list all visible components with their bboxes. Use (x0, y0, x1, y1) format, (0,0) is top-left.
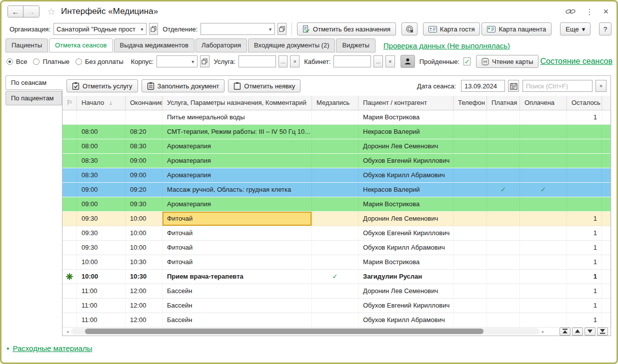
scrollbar-thumb[interactable] (85, 329, 483, 334)
get-link-icon[interactable] (566, 8, 576, 15)
cell-service[interactable]: Ароматерапия (162, 168, 312, 182)
cell-end[interactable]: 09:30 (126, 197, 162, 211)
cell-medrecord[interactable] (312, 299, 358, 313)
cell-service[interactable]: Бассейн (162, 284, 312, 298)
cell-filler[interactable] (602, 183, 612, 197)
building-select[interactable]: ▾ (156, 55, 197, 67)
cell-patient[interactable]: Загидулин Руслан (358, 270, 454, 284)
cell-phone[interactable] (454, 226, 487, 240)
department-select[interactable]: ▾ (200, 23, 274, 35)
room-clear-button[interactable]: × (386, 55, 395, 67)
row-flag-cell[interactable] (62, 168, 77, 182)
patient-card-button[interactable]: Карта пациента (482, 22, 552, 35)
row-flag-cell[interactable] (62, 110, 77, 124)
cell-patient[interactable]: Обухов Евгений Кириллович (358, 154, 454, 168)
side-tab-2[interactable]: По пациентам (6, 91, 62, 105)
row-flag-cell[interactable] (62, 197, 77, 211)
service-pick-button[interactable]: ... (278, 55, 288, 67)
table-row[interactable]: 09:3010:00ФиточайОбухов Кирилл Абрамович… (62, 241, 610, 255)
cell-remaining[interactable]: 1 (567, 313, 602, 327)
cell-phone[interactable] (454, 168, 487, 182)
sessions-state-link[interactable]: Состояние сеансов (540, 57, 613, 66)
cell-phone[interactable] (454, 197, 487, 211)
row-flag-cell[interactable] (62, 284, 77, 298)
close-icon[interactable]: × (603, 7, 608, 16)
go-last-row-button[interactable] (597, 328, 608, 336)
cell-patient[interactable]: Доронин Лев Семенович (358, 284, 454, 298)
cell-payable[interactable] (487, 241, 520, 255)
cell-paid[interactable] (520, 110, 567, 124)
cell-medrecord[interactable] (312, 226, 358, 240)
column-header-medrecord[interactable]: Медзапись (312, 96, 358, 110)
tab-2[interactable]: Отметка сеансов (49, 38, 113, 52)
cell-patient[interactable]: Обухов Кирилл Абрамович (358, 168, 454, 182)
cell-payable[interactable] (487, 270, 520, 284)
column-header-payable[interactable]: Платная (487, 96, 520, 110)
room-pick-button[interactable]: ... (374, 55, 383, 67)
cell-payable[interactable] (487, 125, 520, 139)
cell-patient[interactable]: Мария Вострикова (358, 255, 454, 269)
cell-patient[interactable]: Обухов Кирилл Абрамович (358, 241, 454, 255)
table-row[interactable]: 08:3009:00АроматерапияОбухов Евгений Кир… (62, 154, 610, 168)
cell-start[interactable]: 09:00 (77, 197, 126, 211)
cell-phone[interactable] (454, 154, 487, 168)
table-row[interactable]: 11:0012:00БассейнОбухов Кирилл Абрамович… (62, 313, 610, 328)
cell-remaining[interactable] (567, 183, 602, 197)
row-flag-cell[interactable] (62, 154, 77, 168)
cell-paid[interactable] (520, 139, 567, 153)
cell-paid[interactable] (520, 313, 567, 327)
cell-remaining[interactable] (567, 125, 602, 139)
filter-radio-2[interactable]: Платные (33, 58, 70, 65)
cell-medrecord[interactable] (312, 154, 358, 168)
cell-service[interactable]: Ароматерапия (162, 154, 312, 168)
cell-patient[interactable]: Некрасов Валерий (358, 183, 454, 197)
cell-remaining[interactable] (567, 139, 602, 153)
scroll-left-icon[interactable]: ◂ (64, 329, 71, 334)
cell-end[interactable]: 09:00 (126, 168, 162, 182)
chevron-down-icon[interactable]: ▾ (138, 26, 146, 32)
column-header-end[interactable]: Окончание (126, 96, 162, 110)
cell-remaining[interactable]: 1 (567, 255, 602, 269)
column-header-phone[interactable]: Телефон (454, 96, 487, 110)
cell-start[interactable]: 10:00 (77, 255, 126, 269)
cell-filler[interactable] (602, 241, 612, 255)
row-flag-cell[interactable] (62, 313, 77, 327)
cell-end[interactable]: 09:00 (126, 154, 162, 168)
cell-paid[interactable] (520, 255, 567, 269)
cell-start[interactable]: 09:30 (77, 241, 126, 255)
next-row-button[interactable] (584, 328, 596, 336)
column-header-paid[interactable]: Оплачена (520, 96, 567, 110)
cell-phone[interactable] (454, 110, 487, 124)
column-header-flag[interactable]: ⚐ (62, 96, 77, 110)
favorite-star-icon[interactable]: ☆ (47, 6, 56, 17)
cell-medrecord[interactable] (312, 125, 358, 139)
cell-end[interactable]: 12:00 (126, 299, 162, 313)
cell-medrecord[interactable] (312, 313, 358, 327)
cell-start[interactable]: 08:00 (77, 125, 126, 139)
table-row[interactable]: 10:0010:30Прием врача-терапевта✓Загидули… (62, 270, 610, 284)
cell-end[interactable]: 12:00 (126, 284, 162, 298)
doctor-appointment-icon[interactable] (62, 270, 77, 284)
cell-filler[interactable] (602, 284, 612, 298)
cell-filler[interactable] (602, 110, 612, 124)
cell-filler[interactable] (602, 299, 612, 313)
cell-patient[interactable]: Мария Вострикова (358, 197, 454, 211)
cell-phone[interactable] (454, 139, 487, 153)
table-row[interactable]: 08:0008:20СМТ-терапия, Режим работы: III… (62, 125, 610, 139)
fill-document-button[interactable]: Заполнить документ (142, 79, 225, 92)
window-menu-icon[interactable]: ⋮ (586, 8, 593, 15)
cell-phone[interactable] (454, 255, 487, 269)
row-flag-cell[interactable] (62, 212, 77, 226)
cell-remaining[interactable] (567, 154, 602, 168)
card-reader-button[interactable] (402, 22, 418, 35)
cell-paid[interactable] (520, 154, 567, 168)
cell-filler[interactable] (602, 255, 612, 269)
table-row[interactable]: 09:3010:00ФиточайДоронин Лев Семенович1 (62, 212, 610, 226)
cell-start[interactable] (77, 110, 126, 124)
cell-patient[interactable]: Мария Вострикова (358, 110, 454, 124)
cell-medrecord[interactable] (312, 284, 358, 298)
cell-end[interactable]: 10:30 (126, 270, 162, 284)
cell-remaining[interactable]: 1 (567, 284, 602, 298)
cell-filler[interactable] (602, 212, 612, 226)
table-row[interactable]: 11:0012:00БассейнДоронин Лев Семенович1 (62, 284, 610, 299)
